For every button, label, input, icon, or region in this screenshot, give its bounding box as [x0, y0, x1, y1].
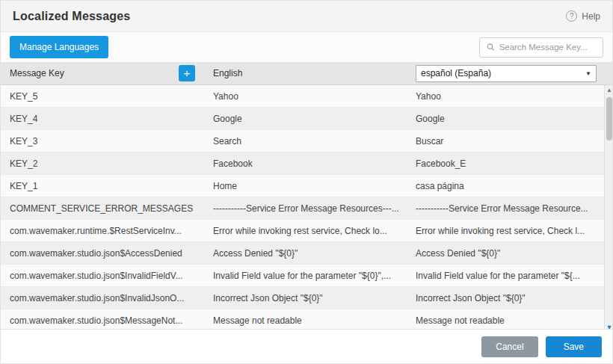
add-message-key-button[interactable]: +	[179, 65, 195, 81]
manage-languages-button[interactable]: Manage Languages	[10, 36, 108, 58]
cell-translation[interactable]: casa página	[408, 181, 604, 191]
cell-message-key[interactable]: COMMENT_SERVICE_ERROR_MESSAGES	[1, 203, 204, 214]
table-row[interactable]: COMMENT_SERVICE_ERROR_MESSAGES ---------…	[1, 197, 604, 220]
cell-translation[interactable]: Yahoo	[408, 91, 604, 102]
table-row[interactable]: com.wavemaker.studio.json$InvalidJsonO..…	[1, 287, 604, 309]
cell-message-key[interactable]: com.wavemaker.runtime.$RestServiceInv...	[1, 226, 204, 236]
footer-actions: Cancel Save	[1, 329, 612, 363]
language-select[interactable]: español (España) ▼	[416, 65, 597, 82]
search-input[interactable]	[499, 43, 596, 52]
scroll-up-arrow-icon[interactable]: ▲	[605, 87, 613, 93]
cell-translation[interactable]: Facebook_E	[408, 158, 604, 169]
table-row[interactable]: KEY_3 Search Buscar	[1, 130, 604, 152]
save-button[interactable]: Save	[546, 336, 602, 357]
table-row[interactable]: com.wavemaker.studio.json$AccessDenied A…	[1, 242, 604, 265]
cell-english[interactable]: Incorrect Json Object "${0}"	[204, 293, 408, 303]
cell-english[interactable]: Google	[204, 114, 408, 124]
cell-translation[interactable]: Incorrect Json Object "${0}"	[408, 293, 604, 303]
table-row[interactable]: com.wavemaker.studio.json$InvalidFieldV.…	[1, 265, 604, 287]
table-row[interactable]: com.wavemaker.runtime.$RestServiceInv...…	[1, 220, 604, 242]
cell-english[interactable]: Message not readable	[204, 315, 408, 326]
cell-message-key[interactable]: com.wavemaker.studio.json$InvalidJsonO..…	[1, 293, 204, 303]
cell-translation[interactable]: Message not readable	[408, 315, 604, 326]
cell-translation[interactable]: Error while invoking rest service, Check…	[408, 226, 604, 236]
toolbar: Manage Languages	[1, 32, 612, 62]
language-select-value: español (España)	[421, 68, 491, 78]
help-icon: ?	[566, 10, 577, 22]
cancel-button[interactable]: Cancel	[481, 336, 537, 357]
cell-english[interactable]: Invalid Field value for the parameter "$…	[204, 271, 408, 281]
cell-message-key[interactable]: com.wavemaker.studio.json$MessageNot...	[1, 315, 204, 326]
help-label: Help	[582, 11, 600, 22]
search-icon	[487, 43, 495, 52]
cell-message-key[interactable]: KEY_3	[1, 136, 204, 146]
caret-down-icon: ▼	[585, 70, 591, 77]
cell-translation[interactable]: Access Denied "${0}"	[408, 248, 604, 259]
search-box[interactable]	[479, 37, 603, 58]
cell-message-key[interactable]: KEY_5	[1, 91, 204, 102]
scrollbar-thumb[interactable]	[606, 97, 612, 141]
cell-english[interactable]: Search	[204, 136, 408, 146]
cell-translation[interactable]: Buscar	[408, 136, 604, 146]
messages-table: Message Key + English español (España) ▼…	[1, 62, 613, 332]
table-body: KEY_5 Yahoo Yahoo KEY_4 Google Google KE…	[1, 85, 604, 332]
cell-english[interactable]: Error while invoking rest service, Check…	[204, 226, 408, 236]
cell-translation[interactable]: Invalid Field value for the parameter "$…	[408, 271, 604, 281]
cell-english[interactable]: Home	[204, 181, 408, 191]
english-header-label: English	[213, 68, 242, 78]
table-row[interactable]: KEY_1 Home casa página	[1, 175, 604, 197]
cell-message-key[interactable]: com.wavemaker.studio.json$InvalidFieldV.…	[1, 271, 204, 281]
help-button[interactable]: ? Help	[566, 10, 600, 22]
page-title: Localized Messages	[13, 10, 130, 23]
cell-english[interactable]: -----------Service Error Message Resourc…	[204, 203, 408, 214]
table-row[interactable]: KEY_5 Yahoo Yahoo	[1, 85, 604, 108]
column-header-message-key: Message Key +	[1, 65, 204, 81]
cell-translation[interactable]: -----------Service Error Message Resourc…	[408, 203, 604, 214]
cell-message-key[interactable]: KEY_1	[1, 181, 204, 191]
cell-english[interactable]: Access Denied "${0}"	[204, 248, 408, 259]
cell-message-key[interactable]: KEY_4	[1, 114, 204, 124]
cell-english[interactable]: Yahoo	[204, 91, 408, 102]
cell-translation[interactable]: Google	[408, 114, 604, 124]
column-header-language: español (España) ▼	[408, 65, 604, 82]
cell-message-key[interactable]: com.wavemaker.studio.json$AccessDenied	[1, 248, 204, 259]
title-bar: Localized Messages ? Help	[1, 1, 612, 32]
table-header-row: Message Key + English español (España) ▼	[1, 62, 613, 85]
message-key-header-label: Message Key	[10, 68, 64, 78]
vertical-scrollbar[interactable]: ▲ ▼	[604, 85, 613, 332]
column-header-english: English	[204, 68, 408, 78]
table-row[interactable]: KEY_4 Google Google	[1, 108, 604, 130]
cell-english[interactable]: Facebook	[204, 158, 408, 169]
cell-message-key[interactable]: KEY_2	[1, 158, 204, 169]
table-row[interactable]: KEY_2 Facebook Facebook_E	[1, 152, 604, 175]
